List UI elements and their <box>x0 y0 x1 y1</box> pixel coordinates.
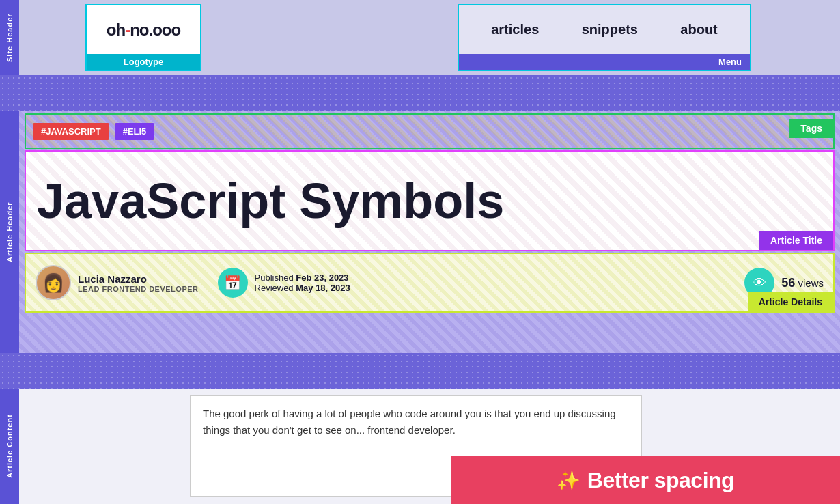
author-name: Lucia Nazzaro <box>78 273 199 285</box>
nav-item-snippets[interactable]: snippets <box>582 22 638 38</box>
title-border-box: JavaScript Symbols Article Title <box>25 150 835 251</box>
site-header-region: Site Header oh-no.ooo Logotype articles … <box>0 0 840 75</box>
article-header-label-bar: Article Header <box>0 111 19 353</box>
tags-section-label: Tags <box>789 119 833 138</box>
author-avatar: 👩 <box>36 265 71 300</box>
article-title: JavaScript Symbols <box>26 176 515 225</box>
tag-javascript[interactable]: #JAVASCRIPT <box>33 123 109 140</box>
nav-items: articles snippets about <box>459 5 750 54</box>
site-header-label-bar: Site Header <box>0 0 19 75</box>
logo-box[interactable]: oh-no.ooo Logotype <box>85 4 201 71</box>
nav-box: articles snippets about Menu <box>458 4 751 71</box>
article-content-region: Article Content The good perk of having … <box>0 389 840 504</box>
article-inner-bg: #JAVASCRIPT #ELI5 Tags JavaScript Symbol… <box>19 111 840 353</box>
nav-item-articles[interactable]: articles <box>491 22 539 38</box>
views-count: 56 <box>781 276 795 290</box>
tag-eli5[interactable]: #ELI5 <box>115 123 155 140</box>
top-blue-band <box>0 75 840 111</box>
tags-border-box: #JAVASCRIPT #ELI5 Tags <box>25 113 835 149</box>
details-label: Article Details <box>748 292 833 311</box>
nav-item-about[interactable]: about <box>680 22 717 38</box>
calendar-icon: 📅 <box>218 268 248 298</box>
bottom-blue-band <box>0 353 840 389</box>
details-border-box: 👩 Lucia Nazzaro LEAD FRONTEND DEVELOPER … <box>25 253 835 313</box>
logo-text: oh-no.ooo <box>107 20 180 40</box>
article-header-region: Article Header #JAVASCRIPT #ELI5 Tags Ja… <box>0 111 840 353</box>
logo-text-area: oh-no.ooo <box>87 5 200 54</box>
title-label: Article Title <box>759 231 833 250</box>
author-role: LEAD FRONTEND DEVELOPER <box>78 285 199 293</box>
article-content-label-bar: Article Content <box>0 389 19 504</box>
sparkle-icon: ✨ <box>557 469 580 492</box>
author-info: Lucia Nazzaro LEAD FRONTEND DEVELOPER <box>78 273 199 293</box>
menu-label[interactable]: Menu <box>459 54 750 70</box>
reviewed-line: Reviewed May 18, 2023 <box>255 283 726 293</box>
better-spacing-banner[interactable]: ✨ Better spacing <box>451 456 840 504</box>
better-spacing-text: Better spacing <box>587 468 734 493</box>
views-info: 56 views <box>781 276 824 290</box>
logo-label: Logotype <box>87 54 200 70</box>
published-line: Published Feb 23, 2023 <box>255 272 726 283</box>
article-dates: Published Feb 23, 2023 Reviewed May 18, … <box>255 272 726 293</box>
